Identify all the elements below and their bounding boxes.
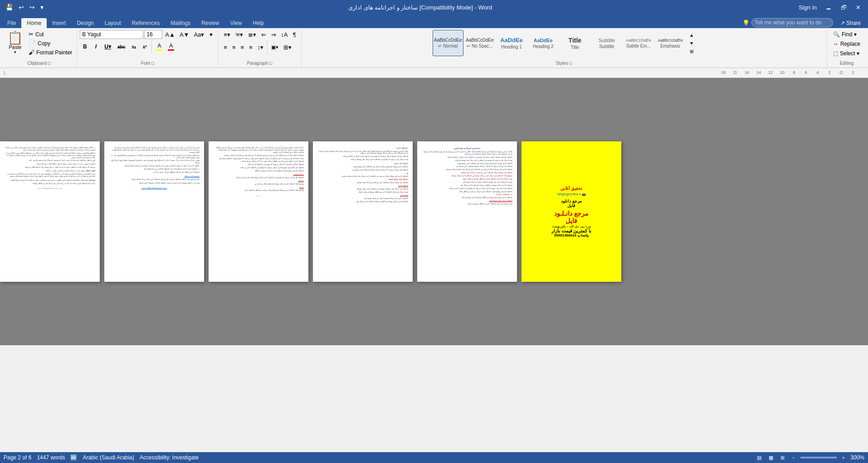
font-size-input[interactable] [144,30,162,39]
justify[interactable]: ≡ [247,43,255,52]
style-nospace[interactable]: AaBbCcDdEe ↵ No Spac... [464,30,495,56]
ad-title: تحقیق آنلاین [561,186,583,191]
style-heading1[interactable]: AaDdEe Heading 1 [496,30,527,56]
find-icon: 🔍 [833,31,840,38]
paragraph-expand[interactable]: ⬡ [269,61,273,66]
underline-button[interactable]: U▾ [102,42,114,51]
redo-button[interactable]: ↪ [28,3,37,12]
style-subtleemph-preview: AaBbCcDdEe [626,38,651,43]
tab-design[interactable]: Design [71,18,99,28]
styles-scroll-up[interactable]: ▲ [688,31,696,39]
save-button[interactable]: 💾 [4,3,15,12]
format-painter-button[interactable]: 🖌 Format Painter [27,48,74,57]
tab-mailings[interactable]: Mailings [165,18,196,28]
tab-view[interactable]: View [225,18,248,28]
decrease-indent[interactable]: ⇐ [259,30,268,39]
text-highlight-button[interactable]: A [154,41,165,52]
title-bar-right: Sign in 🗕 🗗 ✕ [795,3,864,12]
font-color-button[interactable]: A [166,41,176,52]
font-name-input[interactable] [80,30,143,39]
styles-expand[interactable]: ⊞ [688,48,696,55]
align-right[interactable]: ≡ [239,43,247,52]
clipboard-expand[interactable]: ⬡ [48,61,51,66]
copy-button[interactable]: 📄 Copy [27,39,74,48]
tab-references[interactable]: References [127,18,165,28]
maximize-button[interactable]: 🗗 [837,3,850,12]
zoom-level: 300% [850,454,864,461]
clear-formatting[interactable]: ✦ [207,30,215,39]
show-marks[interactable]: ¶ [291,30,298,39]
view-web[interactable]: ⊞ [779,454,786,462]
align-center[interactable]: ≡ [230,43,238,52]
replace-button[interactable]: ↔ Replace [830,39,863,48]
doc-page-2: چنین برای اداره کردن مسیر بین آن پی‌گیری… [104,141,204,282]
style-heading2-label: Heading 2 [533,44,554,49]
sign-in-button[interactable]: Sign in [795,3,820,12]
doc-page-4: ۲-پیشکلت اداری حاصل گردش و شیوه سازمانها… [313,141,413,282]
zoom-out[interactable]: − [792,455,795,460]
tab-help[interactable]: Help [247,18,269,28]
bold-button[interactable]: B [80,42,90,51]
ad-price: با کمترین قیمت بازار [551,228,591,233]
style-heading1-preview: AaDdEe [500,37,523,43]
shading-button[interactable]: ▣▾ [269,43,281,52]
view-normal[interactable]: ▤ [755,454,763,462]
style-subtleemph-label: Subtle Em... [626,43,651,48]
border-button[interactable]: ⊞▾ [281,43,294,52]
paste-icon: 📋 [7,32,23,44]
style-heading2-preview: AaDdEe [534,38,553,43]
tab-layout[interactable]: Layout [99,18,127,28]
tell-me-input[interactable] [751,18,833,27]
subscript-button[interactable]: x₂ [129,43,139,51]
zoom-slider[interactable] [800,457,837,458]
paste-button[interactable]: 📋 Paste ▾ [5,30,26,56]
tab-insert[interactable]: Insert [47,18,71,28]
style-heading2[interactable]: AaDdEe Heading 2 [528,30,559,56]
style-emphasis-preview: AaBbCcDdEe [658,38,683,43]
minimize-button[interactable]: 🗕 [822,3,835,12]
font-size-decrease[interactable]: A▼ [178,30,191,39]
zoom-in[interactable]: + [842,455,845,460]
tab-review[interactable]: Review [196,18,224,28]
increase-indent[interactable]: ⇒ [269,30,278,39]
font-group-label: Font ⬡ [80,61,215,66]
change-case[interactable]: Aa▾ [192,30,206,39]
style-emphasis[interactable]: AaBbCcDdEe Emphasis [655,30,686,56]
share-button[interactable]: ↗ Share [837,19,864,27]
select-button[interactable]: ⬚ Select ▾ [830,49,863,58]
multilevel-list[interactable]: ≣▾ [246,30,258,39]
sort-button[interactable]: ↕A [279,30,290,39]
style-subtleemph[interactable]: AaBbCcDdEe Subtle Em... [623,30,654,56]
style-subtitle[interactable]: Subtitle Subtitle [591,30,622,56]
font-expand[interactable]: ⬡ [151,61,155,66]
strikethrough-button[interactable]: abc [115,43,128,51]
line-spacing[interactable]: ↕▾ [255,43,266,52]
page-5-content: ساختار و اجرانامه های اداری حاصل گردش و … [422,147,512,276]
italic-button[interactable]: I [91,42,101,51]
highlight-bar [156,49,162,51]
highlight-icon: A [157,43,161,49]
styles-expand-btn[interactable]: ⬡ [569,61,572,66]
view-print[interactable]: ▦ [767,454,775,462]
bullets-button[interactable]: ≡▾ [221,30,233,39]
cut-icon: ✂ [29,31,34,38]
tab-file[interactable]: File [2,18,21,28]
doc-page-1: در مکاتبه معمولاً مطالب و نوشته کننده نف… [0,141,100,282]
qa-dropdown[interactable]: ▾ [39,3,45,12]
styles-scroll-down[interactable]: ▼ [688,39,696,47]
find-button[interactable]: 🔍 Find ▾ [830,30,863,39]
tab-home[interactable]: Home [21,18,47,28]
numbering-button[interactable]: ⁱ≡▾ [233,30,245,39]
close-button[interactable]: ✕ [852,3,864,12]
style-title[interactable]: Title Title [560,30,590,56]
status-right: ▤ ▦ ⊞ − + 300% [755,454,864,462]
undo-button[interactable]: ↩ [17,3,26,12]
align-left[interactable]: ≡ [221,43,229,52]
cut-button[interactable]: ✂ Cut [27,30,74,39]
style-normal[interactable]: AaBbCcDdEe ↵ Normal [433,30,463,56]
superscript-button[interactable]: x² [140,43,150,51]
font-size-increase[interactable]: A▲ [163,30,177,39]
ruler-indicator[interactable]: L [4,70,6,75]
select-icon: ⬚ [833,50,838,57]
language-indicator: 🔤 [70,454,77,461]
